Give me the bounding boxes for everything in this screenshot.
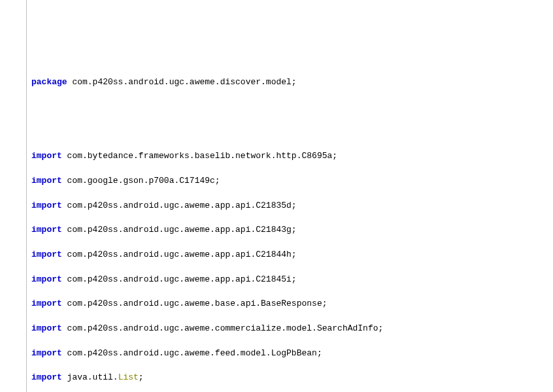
import-path: com.p420ss.android.ugc.aweme.app.api.C21… bbox=[62, 250, 297, 259]
import-keyword: import bbox=[31, 274, 62, 284]
import-line: import com.google.gson.p700a.C17149c; bbox=[31, 175, 553, 188]
import-line: import com.p420ss.android.ugc.aweme.app.… bbox=[31, 200, 553, 212]
import-keyword: import bbox=[31, 176, 62, 186]
import-keyword: import bbox=[31, 151, 62, 161]
import-keyword: import bbox=[31, 299, 62, 308]
import-keyword: import bbox=[31, 372, 62, 382]
import-path: com.p420ss.android.ugc.aweme.app.api.C21… bbox=[62, 274, 297, 284]
import-keyword: import bbox=[31, 250, 62, 259]
import-keyword: import bbox=[31, 323, 62, 333]
import-line: import com.p420ss.android.ugc.aweme.base… bbox=[31, 298, 553, 310]
package-keyword: package bbox=[31, 77, 67, 87]
import-keyword: import bbox=[31, 225, 62, 235]
import-keyword: import bbox=[31, 201, 62, 210]
import-line: import com.bytedance.frameworks.baselib.… bbox=[31, 150, 553, 163]
import-path: com.bytedance.frameworks.baselib.network… bbox=[62, 151, 337, 161]
gutter-line bbox=[26, 0, 27, 392]
type-name: List bbox=[118, 372, 139, 382]
package-path: com.p420ss.android.ugc.aweme.discover.mo… bbox=[67, 77, 297, 87]
semicolon: ; bbox=[139, 372, 144, 382]
blank-line bbox=[31, 114, 553, 126]
import-path: com.p420ss.android.ugc.aweme.base.api.Ba… bbox=[62, 299, 327, 308]
import-line: import java.util.List; bbox=[31, 372, 553, 384]
import-path: com.p420ss.android.ugc.aweme.app.api.C21… bbox=[62, 201, 297, 210]
import-path: com.p420ss.android.ugc.aweme.feed.model.… bbox=[62, 348, 322, 358]
import-path: com.google.gson.p700a.C17149c; bbox=[62, 176, 220, 186]
import-line: import com.p420ss.android.ugc.aweme.app.… bbox=[31, 224, 553, 237]
import-line: import com.p420ss.android.ugc.aweme.feed… bbox=[31, 348, 553, 360]
import-line: import com.p420ss.android.ugc.aweme.app.… bbox=[31, 274, 553, 286]
import-path: com.p420ss.android.ugc.aweme.app.api.C21… bbox=[62, 225, 297, 235]
import-line: import com.p420ss.android.ugc.aweme.app.… bbox=[31, 249, 553, 261]
import-path: com.p420ss.android.ugc.aweme.commerciali… bbox=[62, 323, 383, 333]
import-keyword: import bbox=[31, 348, 62, 358]
import-path: java.util. bbox=[62, 372, 118, 382]
package-line: package com.p420ss.android.ugc.aweme.dis… bbox=[31, 76, 553, 89]
import-line: import com.p420ss.android.ugc.aweme.comm… bbox=[31, 323, 553, 335]
